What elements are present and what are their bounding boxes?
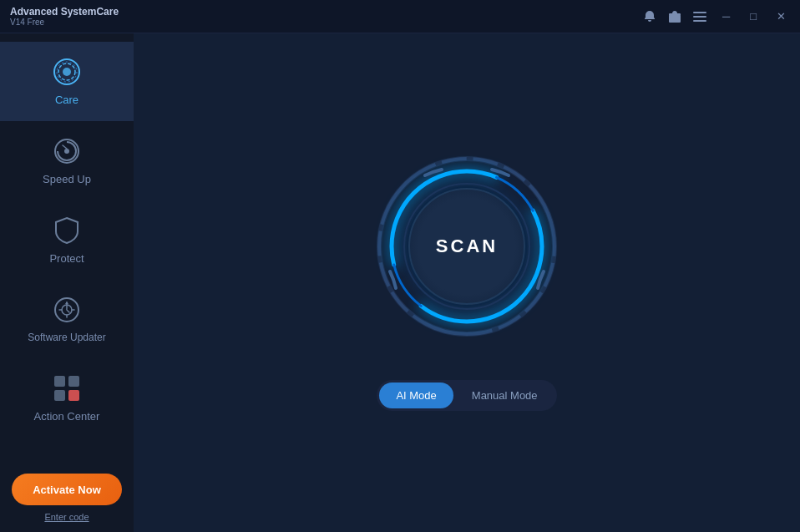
svg-rect-3 (693, 16, 706, 18)
svg-point-7 (63, 68, 71, 76)
sidebar-item-action-center[interactable]: Action Center (0, 358, 134, 438)
speed-up-icon (52, 136, 82, 166)
sidebar-item-care[interactable]: Care (0, 42, 134, 121)
svg-rect-0 (669, 15, 681, 23)
svg-rect-16 (54, 390, 65, 401)
app-title-block: Advanced SystemCare V14 Free (10, 6, 643, 27)
ai-mode-button[interactable]: AI Mode (379, 383, 453, 408)
svg-rect-4 (693, 20, 706, 22)
manual-mode-button[interactable]: Manual Mode (455, 383, 554, 408)
sidebar-item-speed-up[interactable]: Speed Up (0, 121, 134, 200)
svg-rect-15 (68, 376, 79, 387)
scan-wrapper[interactable]: SCAN (375, 155, 559, 338)
svg-rect-2 (693, 12, 706, 13)
enter-code-button[interactable]: Enter code (44, 512, 89, 522)
close-button[interactable]: ✕ (772, 8, 790, 24)
mode-toggle: AI Mode Manual Mode (377, 380, 556, 411)
svg-point-10 (64, 149, 69, 154)
main-content: SCAN AI Mode Manual Mode (134, 33, 800, 532)
protect-label: Protect (49, 252, 84, 265)
protect-icon (52, 215, 82, 246)
scan-label: SCAN (436, 236, 498, 257)
svg-rect-14 (54, 376, 65, 387)
care-icon (52, 57, 82, 87)
app-name: Advanced SystemCare (10, 6, 119, 18)
bell-icon[interactable] (643, 10, 656, 23)
software-updater-icon (52, 295, 82, 325)
menu-icon[interactable] (693, 10, 706, 23)
titlebar-controls: ─ □ ✕ (643, 8, 790, 24)
software-updater-label: Software Updater (28, 332, 105, 343)
minimize-button[interactable]: ─ (718, 8, 734, 24)
svg-rect-17 (68, 390, 79, 401)
scan-button[interactable]: SCAN (408, 188, 525, 305)
sidebar: Care Speed Up Protect (0, 33, 134, 532)
care-label: Care (55, 94, 78, 106)
speed-up-label: Speed Up (43, 173, 91, 185)
app-version: V14 Free (10, 18, 643, 27)
titlebar: Advanced SystemCare V14 Free ─ □ ✕ (0, 0, 800, 33)
sidebar-item-software-updater[interactable]: Software Updater (0, 280, 134, 358)
action-center-icon (52, 373, 82, 403)
maximize-button[interactable]: □ (746, 8, 761, 24)
activate-now-button[interactable]: Activate Now (12, 474, 122, 505)
svg-line-11 (63, 145, 67, 149)
sidebar-item-protect[interactable]: Protect (0, 200, 134, 280)
svg-rect-1 (669, 13, 681, 16)
action-center-label: Action Center (34, 410, 100, 423)
gift-icon[interactable] (668, 10, 681, 23)
sidebar-bottom: Activate Now Enter code (0, 460, 134, 532)
main-layout: Care Speed Up Protect (0, 33, 800, 532)
